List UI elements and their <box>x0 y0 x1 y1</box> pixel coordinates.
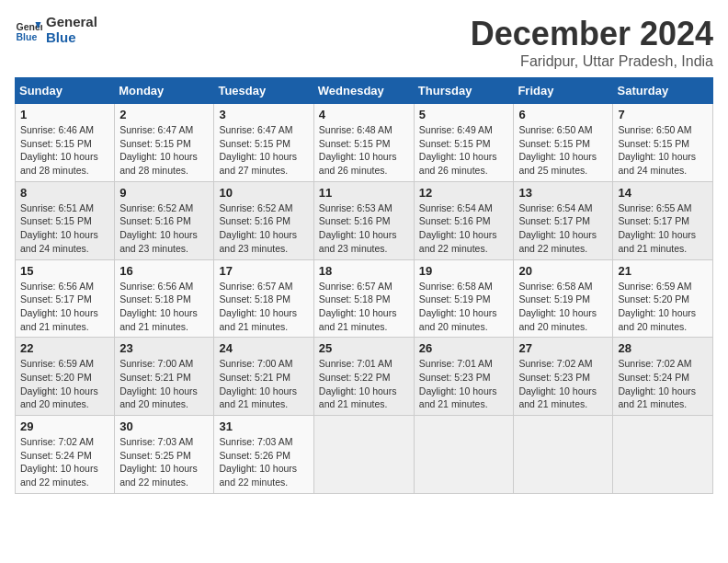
day-info: Sunrise: 7:00 AM Sunset: 5:21 PM Dayligh… <box>219 357 308 411</box>
day-number: 7 <box>618 108 708 121</box>
day-info: Sunrise: 7:03 AM Sunset: 5:25 PM Dayligh… <box>119 435 209 489</box>
day-number: 16 <box>119 264 209 278</box>
table-row: 21 Sunrise: 6:59 AM Sunset: 5:20 PM Dayl… <box>613 259 713 338</box>
day-info: Sunrise: 7:01 AM Sunset: 5:22 PM Dayligh… <box>319 357 409 411</box>
table-row: 8 Sunrise: 6:51 AM Sunset: 5:15 PM Dayli… <box>16 181 115 259</box>
day-info: Sunrise: 6:52 AM Sunset: 5:16 PM Dayligh… <box>119 201 209 256</box>
day-number: 25 <box>319 341 409 355</box>
day-number: 27 <box>518 341 608 355</box>
day-number: 11 <box>319 186 409 200</box>
table-row: 9 Sunrise: 6:52 AM Sunset: 5:16 PM Dayli… <box>115 181 214 259</box>
table-row: 1 Sunrise: 6:46 AM Sunset: 5:15 PM Dayli… <box>16 104 115 182</box>
col-friday: Friday <box>514 78 613 104</box>
day-info: Sunrise: 6:58 AM Sunset: 5:19 PM Dayligh… <box>518 280 608 334</box>
table-row: 18 Sunrise: 6:57 AM Sunset: 5:18 PM Dayl… <box>313 259 414 338</box>
logo: General Blue General Blue <box>15 15 97 45</box>
day-number: 26 <box>419 341 509 355</box>
day-number: 24 <box>219 341 308 355</box>
table-row: 22 Sunrise: 6:59 AM Sunset: 5:20 PM Dayl… <box>16 338 115 416</box>
logo-icon: General Blue <box>15 17 42 44</box>
day-info: Sunrise: 6:54 AM Sunset: 5:16 PM Dayligh… <box>419 201 509 256</box>
day-number: 9 <box>119 186 209 200</box>
day-number: 21 <box>618 264 708 278</box>
day-number: 18 <box>319 264 409 278</box>
day-number: 1 <box>20 108 109 121</box>
table-row: 20 Sunrise: 6:58 AM Sunset: 5:19 PM Dayl… <box>514 259 613 338</box>
table-row: 14 Sunrise: 6:55 AM Sunset: 5:17 PM Dayl… <box>613 181 713 259</box>
day-number: 3 <box>219 108 308 121</box>
day-info: Sunrise: 6:54 AM Sunset: 5:17 PM Dayligh… <box>518 201 608 256</box>
day-info: Sunrise: 6:56 AM Sunset: 5:17 PM Dayligh… <box>20 280 109 334</box>
table-row: 12 Sunrise: 6:54 AM Sunset: 5:16 PM Dayl… <box>414 181 514 259</box>
table-row: 10 Sunrise: 6:52 AM Sunset: 5:16 PM Dayl… <box>214 181 313 259</box>
table-row: 30 Sunrise: 7:03 AM Sunset: 5:25 PM Dayl… <box>115 416 214 494</box>
table-row: 17 Sunrise: 6:57 AM Sunset: 5:18 PM Dayl… <box>214 259 313 338</box>
table-row: 16 Sunrise: 6:56 AM Sunset: 5:18 PM Dayl… <box>115 259 214 338</box>
day-info: Sunrise: 7:02 AM Sunset: 5:24 PM Dayligh… <box>20 435 109 489</box>
day-number: 23 <box>119 341 209 355</box>
day-info: Sunrise: 6:59 AM Sunset: 5:20 PM Dayligh… <box>20 357 109 411</box>
col-sunday: Sunday <box>16 78 115 104</box>
day-number: 19 <box>419 264 509 278</box>
page-header: General Blue General Blue December 2024 … <box>15 15 713 70</box>
day-info: Sunrise: 6:52 AM Sunset: 5:16 PM Dayligh… <box>219 201 308 256</box>
table-row: 2 Sunrise: 6:47 AM Sunset: 5:15 PM Dayli… <box>115 104 214 182</box>
table-row: 31 Sunrise: 7:03 AM Sunset: 5:26 PM Dayl… <box>214 416 313 494</box>
calendar-header-row: Sunday Monday Tuesday Wednesday Thursday… <box>16 78 713 104</box>
day-number: 15 <box>20 264 109 278</box>
day-info: Sunrise: 6:57 AM Sunset: 5:18 PM Dayligh… <box>219 280 308 334</box>
day-info: Sunrise: 6:58 AM Sunset: 5:19 PM Dayligh… <box>419 280 509 334</box>
day-number: 20 <box>518 264 608 278</box>
calendar-week-row: 1 Sunrise: 6:46 AM Sunset: 5:15 PM Dayli… <box>16 104 713 182</box>
table-row: 3 Sunrise: 6:47 AM Sunset: 5:15 PM Dayli… <box>214 104 313 182</box>
col-wednesday: Wednesday <box>313 78 414 104</box>
table-row: 23 Sunrise: 7:00 AM Sunset: 5:21 PM Dayl… <box>115 338 214 416</box>
col-thursday: Thursday <box>414 78 514 104</box>
day-info: Sunrise: 6:50 AM Sunset: 5:15 PM Dayligh… <box>518 123 608 178</box>
table-row: 26 Sunrise: 7:01 AM Sunset: 5:23 PM Dayl… <box>414 338 514 416</box>
calendar-subtitle: Faridpur, Uttar Pradesh, India <box>471 53 713 70</box>
day-info: Sunrise: 6:47 AM Sunset: 5:15 PM Dayligh… <box>119 123 209 178</box>
title-section: December 2024 Faridpur, Uttar Pradesh, I… <box>471 15 713 70</box>
calendar-title: December 2024 <box>471 15 713 53</box>
day-number: 10 <box>219 186 308 200</box>
table-row: 24 Sunrise: 7:00 AM Sunset: 5:21 PM Dayl… <box>214 338 313 416</box>
table-row <box>414 416 514 494</box>
logo-text: General Blue <box>46 15 97 45</box>
day-number: 28 <box>618 341 708 355</box>
day-number: 29 <box>20 419 109 433</box>
col-monday: Monday <box>115 78 214 104</box>
day-info: Sunrise: 6:48 AM Sunset: 5:15 PM Dayligh… <box>319 123 409 178</box>
day-info: Sunrise: 6:46 AM Sunset: 5:15 PM Dayligh… <box>20 123 109 178</box>
day-info: Sunrise: 6:56 AM Sunset: 5:18 PM Dayligh… <box>119 280 209 334</box>
day-info: Sunrise: 6:57 AM Sunset: 5:18 PM Dayligh… <box>319 280 409 334</box>
calendar-week-row: 8 Sunrise: 6:51 AM Sunset: 5:15 PM Dayli… <box>16 181 713 259</box>
day-number: 22 <box>20 341 109 355</box>
table-row: 19 Sunrise: 6:58 AM Sunset: 5:19 PM Dayl… <box>414 259 514 338</box>
day-info: Sunrise: 6:50 AM Sunset: 5:15 PM Dayligh… <box>618 123 708 178</box>
calendar-body: 1 Sunrise: 6:46 AM Sunset: 5:15 PM Dayli… <box>16 104 713 494</box>
day-number: 31 <box>219 419 308 433</box>
day-info: Sunrise: 6:53 AM Sunset: 5:16 PM Dayligh… <box>319 201 409 256</box>
day-info: Sunrise: 7:03 AM Sunset: 5:26 PM Dayligh… <box>219 435 308 489</box>
day-number: 14 <box>618 186 708 200</box>
table-row: 28 Sunrise: 7:02 AM Sunset: 5:24 PM Dayl… <box>613 338 713 416</box>
calendar-table: Sunday Monday Tuesday Wednesday Thursday… <box>15 77 713 494</box>
table-row <box>613 416 713 494</box>
day-number: 4 <box>319 108 409 121</box>
day-info: Sunrise: 6:55 AM Sunset: 5:17 PM Dayligh… <box>618 201 708 256</box>
day-info: Sunrise: 6:49 AM Sunset: 5:15 PM Dayligh… <box>419 123 509 178</box>
day-number: 17 <box>219 264 308 278</box>
table-row: 11 Sunrise: 6:53 AM Sunset: 5:16 PM Dayl… <box>313 181 414 259</box>
day-number: 8 <box>20 186 109 200</box>
calendar-week-row: 29 Sunrise: 7:02 AM Sunset: 5:24 PM Dayl… <box>16 416 713 494</box>
table-row: 15 Sunrise: 6:56 AM Sunset: 5:17 PM Dayl… <box>16 259 115 338</box>
col-saturday: Saturday <box>613 78 713 104</box>
calendar-week-row: 22 Sunrise: 6:59 AM Sunset: 5:20 PM Dayl… <box>16 338 713 416</box>
day-info: Sunrise: 6:51 AM Sunset: 5:15 PM Dayligh… <box>20 201 109 256</box>
col-tuesday: Tuesday <box>214 78 313 104</box>
day-info: Sunrise: 7:02 AM Sunset: 5:23 PM Dayligh… <box>518 357 608 411</box>
day-number: 13 <box>518 186 608 200</box>
table-row: 7 Sunrise: 6:50 AM Sunset: 5:15 PM Dayli… <box>613 104 713 182</box>
table-row: 4 Sunrise: 6:48 AM Sunset: 5:15 PM Dayli… <box>313 104 414 182</box>
